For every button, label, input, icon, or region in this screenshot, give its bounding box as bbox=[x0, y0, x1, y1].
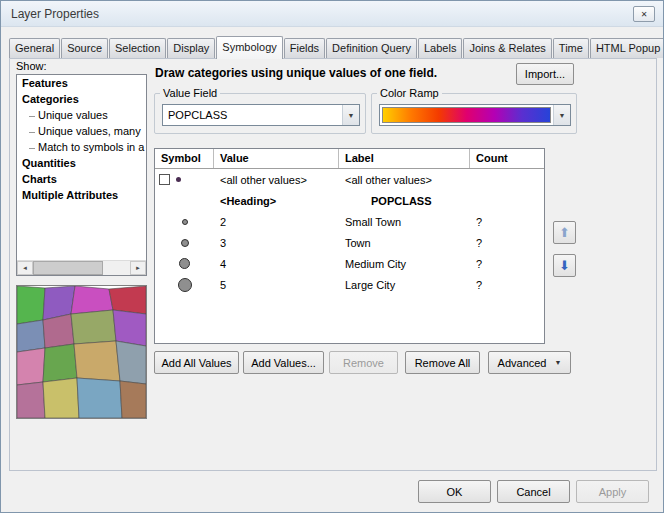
move-down-button[interactable]: ⬇ bbox=[553, 254, 576, 277]
tree-item-charts[interactable]: Charts bbox=[17, 171, 146, 187]
value-cell: <all other values> bbox=[214, 174, 339, 186]
column-header-value[interactable]: Value bbox=[214, 149, 339, 168]
label-cell: Town bbox=[339, 237, 470, 249]
tree-item-unique-values[interactable]: Unique values bbox=[17, 107, 146, 123]
tree-horizontal-scrollbar[interactable]: ◄ ► bbox=[17, 260, 146, 275]
color-ramp-swatch bbox=[382, 107, 551, 123]
remove-all-button[interactable]: Remove All bbox=[405, 351, 480, 374]
label-cell: Medium City bbox=[339, 258, 470, 270]
map-preview-image bbox=[17, 286, 146, 418]
graduated-circle-icon bbox=[179, 258, 190, 269]
table-row[interactable]: 5Large City? bbox=[155, 274, 544, 295]
title-bar[interactable]: Layer Properties ✕ bbox=[1, 1, 663, 27]
table-row[interactable]: <Heading>POPCLASS bbox=[155, 190, 544, 211]
tab-labels[interactable]: Labels bbox=[418, 38, 462, 58]
table-row[interactable]: 4Medium City? bbox=[155, 253, 544, 274]
button-label: Remove bbox=[343, 357, 384, 369]
symbology-tab-page: Show: FeaturesCategoriesUnique valuesUni… bbox=[9, 58, 657, 471]
close-icon: ✕ bbox=[641, 10, 648, 19]
tree-item-match-to-symbols-in-a[interactable]: Match to symbols in a bbox=[17, 139, 146, 155]
all-other-values-checkbox[interactable] bbox=[159, 174, 170, 185]
count-cell: ? bbox=[470, 258, 544, 270]
scrollbar-thumb[interactable] bbox=[33, 261, 103, 275]
remove-button[interactable]: Remove bbox=[329, 351, 398, 374]
ok-button[interactable]: OK bbox=[418, 480, 491, 503]
color-ramp-group: Color Ramp ▼ bbox=[371, 87, 577, 134]
tree-item-categories[interactable]: Categories bbox=[17, 91, 146, 107]
import-button[interactable]: Import... bbox=[516, 63, 574, 85]
symbol-cell[interactable] bbox=[155, 174, 214, 185]
add-all-values-button[interactable]: Add All Values bbox=[154, 351, 239, 374]
tab-source[interactable]: Source bbox=[61, 38, 108, 58]
value-field-group: Value Field POPCLASS ▼ bbox=[154, 87, 366, 134]
arrow-up-icon: ⬆ bbox=[559, 225, 570, 240]
tab-joins-relates[interactable]: Joins & Relates bbox=[463, 38, 551, 58]
table-row[interactable]: 3Town? bbox=[155, 232, 544, 253]
value-cell: <Heading> bbox=[214, 195, 339, 207]
label-cell: Large City bbox=[339, 279, 470, 291]
chevron-down-icon[interactable]: ▼ bbox=[553, 105, 570, 125]
table-header-row: SymbolValueLabelCount bbox=[155, 149, 544, 169]
tree-item-quantities[interactable]: Quantities bbox=[17, 155, 146, 171]
window-title: Layer Properties bbox=[11, 7, 99, 21]
tab-selection[interactable]: Selection bbox=[109, 38, 166, 58]
symbol-cell[interactable] bbox=[155, 278, 214, 292]
symbol-cell[interactable] bbox=[155, 239, 214, 247]
value-cell: 3 bbox=[214, 237, 339, 249]
color-ramp-combobox[interactable]: ▼ bbox=[379, 104, 571, 126]
tab-general[interactable]: General bbox=[9, 38, 60, 58]
move-up-button[interactable]: ⬆ bbox=[553, 221, 576, 244]
column-header-label[interactable]: Label bbox=[339, 149, 470, 168]
table-row[interactable]: <all other values><all other values> bbox=[155, 169, 544, 190]
apply-button[interactable]: Apply bbox=[576, 480, 649, 503]
tab-fields[interactable]: Fields bbox=[284, 38, 325, 58]
dropdown-arrow-icon: ▼ bbox=[555, 359, 562, 366]
tab-time[interactable]: Time bbox=[553, 38, 589, 58]
label-cell: POPCLASS bbox=[339, 195, 470, 207]
value-cell: 5 bbox=[214, 279, 339, 291]
advanced-button[interactable]: Advanced▼ bbox=[488, 351, 571, 374]
tab-strip: GeneralSourceSelectionDisplaySymbologyFi… bbox=[9, 36, 655, 58]
value-cell: 4 bbox=[214, 258, 339, 270]
value-cell: 2 bbox=[214, 216, 339, 228]
button-label: Remove All bbox=[415, 357, 471, 369]
table-body: <all other values><all other values><Hea… bbox=[155, 169, 544, 295]
tab-definition-query[interactable]: Definition Query bbox=[326, 38, 417, 58]
count-cell: ? bbox=[470, 216, 544, 228]
scroll-right-icon[interactable]: ► bbox=[130, 261, 146, 275]
column-header-count[interactable]: Count bbox=[470, 149, 544, 168]
panel-heading: Draw categories using unique values of o… bbox=[155, 66, 437, 80]
map-preview bbox=[16, 285, 147, 419]
symbol-cell[interactable] bbox=[155, 219, 214, 225]
action-button-row: Add All ValuesAdd Values...RemoveRemove … bbox=[154, 351, 571, 374]
scroll-left-icon[interactable]: ◄ bbox=[17, 261, 33, 275]
arrow-down-icon: ⬇ bbox=[559, 258, 570, 273]
count-cell: ? bbox=[470, 279, 544, 291]
add-values-button[interactable]: Add Values... bbox=[243, 351, 324, 374]
tree-item-features[interactable]: Features bbox=[17, 75, 146, 91]
count-cell: ? bbox=[470, 237, 544, 249]
value-field-combobox[interactable]: POPCLASS ▼ bbox=[162, 104, 360, 126]
layer-properties-dialog: Layer Properties ✕ GeneralSourceSelectio… bbox=[0, 0, 664, 513]
cancel-button[interactable]: Cancel bbox=[497, 480, 570, 503]
symbol-cell[interactable] bbox=[155, 258, 214, 269]
show-label: Show: bbox=[16, 60, 47, 72]
tab-symbology[interactable]: Symbology bbox=[216, 36, 282, 59]
graduated-circle-icon bbox=[181, 239, 189, 247]
tree-item-list: FeaturesCategoriesUnique valuesUnique va… bbox=[17, 75, 146, 203]
chevron-down-icon[interactable]: ▼ bbox=[342, 105, 359, 125]
table-row[interactable]: 2Small Town? bbox=[155, 211, 544, 232]
label-cell: <all other values> bbox=[339, 174, 470, 186]
button-label: Add All Values bbox=[161, 357, 231, 369]
tree-item-multiple-attributes[interactable]: Multiple Attributes bbox=[17, 187, 146, 203]
graduated-circle-icon bbox=[178, 278, 192, 292]
scrollbar-track[interactable] bbox=[33, 261, 130, 275]
graduated-circle-icon bbox=[182, 219, 188, 225]
button-label: Add Values... bbox=[251, 357, 316, 369]
tab-display[interactable]: Display bbox=[167, 38, 215, 58]
tree-item-unique-values-many[interactable]: Unique values, many bbox=[17, 123, 146, 139]
label-cell: Small Town bbox=[339, 216, 470, 228]
tab-html-popup[interactable]: HTML Popup bbox=[590, 38, 664, 58]
column-header-symbol[interactable]: Symbol bbox=[155, 149, 214, 168]
close-button[interactable]: ✕ bbox=[633, 6, 655, 22]
